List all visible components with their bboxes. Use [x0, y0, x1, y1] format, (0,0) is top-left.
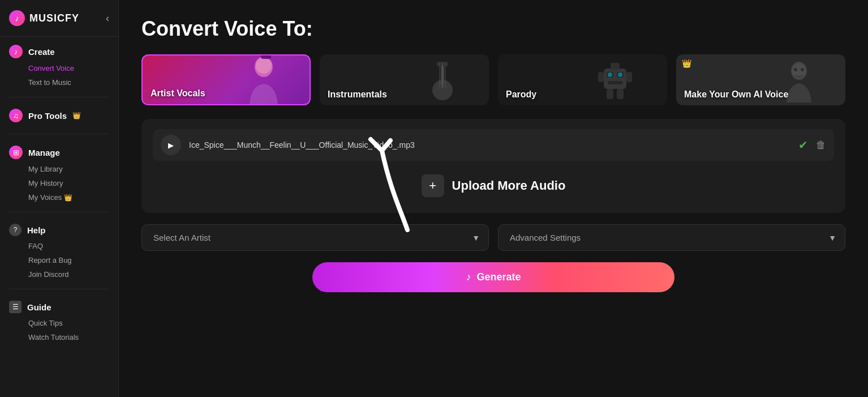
logo-icon: ♪ — [9, 10, 25, 26]
artist-figure-icon — [244, 54, 283, 105]
divider-3 — [9, 212, 109, 212]
svg-rect-2 — [261, 54, 271, 59]
svg-point-13 — [608, 72, 612, 77]
sidebar-item-join-discord[interactable]: Join Discord — [28, 268, 109, 281]
upload-area: ▶ Ice_Spice___Munch__Feelin__U___Officia… — [141, 119, 845, 213]
svg-point-24 — [801, 68, 804, 71]
section-header-help[interactable]: ? Help — [9, 224, 109, 236]
svg-point-14 — [618, 72, 622, 77]
generate-button-label: Generate — [476, 271, 521, 283]
sidebar-item-faq[interactable]: FAQ — [28, 240, 109, 253]
sidebar-item-report-bug[interactable]: Report a Bug — [28, 254, 109, 267]
help-icon: ? — [9, 224, 22, 236]
sidebar-logo: ♪ MUSICFY ‹ — [0, 0, 118, 37]
ai-voice-label: Make Your Own AI Voice — [676, 84, 796, 105]
divider-4 — [9, 289, 109, 289]
check-status-icon: ✔ — [798, 138, 808, 152]
play-button[interactable]: ▶ — [161, 135, 181, 155]
guide-icon: ☰ — [9, 301, 22, 313]
voice-card-artist-vocals[interactable]: Artist Vocals — [141, 54, 311, 105]
sidebar-section-guide: ☰ Guide Quick Tips Watch Tutorials — [0, 293, 118, 348]
sidebar-item-my-voices[interactable]: My Voices 👑 — [28, 191, 109, 204]
section-header-manage[interactable]: ⊞ Manage — [9, 146, 109, 159]
controls-row: Select An Artist ▼ Advanced Settings ▼ — [141, 224, 845, 251]
upload-more-row: + Upload More Audio — [153, 169, 834, 203]
help-sub-items: FAQ Report a Bug Join Discord — [9, 240, 109, 281]
sidebar-item-my-history[interactable]: My History — [28, 177, 109, 190]
sidebar-section-help: ? Help FAQ Report a Bug Join Discord — [0, 216, 118, 285]
manage-icon: ⊞ — [9, 146, 23, 159]
svg-point-1 — [256, 58, 272, 74]
advanced-settings-dropdown[interactable]: Advanced Settings — [498, 224, 845, 251]
create-sub-items: Convert Voice Text to Music — [9, 62, 109, 89]
voice-cards-grid: Artist Vocals Instrumentals — [141, 54, 845, 105]
robot-icon — [595, 57, 635, 103]
sidebar-section-manage: ⊞ Manage My Library My History My Voices… — [0, 138, 118, 208]
generate-button[interactable]: ♪ Generate — [312, 262, 674, 292]
sidebar: ♪ MUSICFY ‹ ♪ Create Convert Voice Text … — [0, 0, 119, 397]
sidebar-section-create: ♪ Create Convert Voice Text to Music — [0, 37, 118, 93]
create-icon: ♪ — [9, 45, 23, 58]
instrumentals-label: Instrumentals — [320, 84, 395, 105]
sidebar-item-convert-voice[interactable]: Convert Voice — [28, 62, 109, 75]
section-title-help: Help — [27, 225, 46, 235]
parody-label: Parody — [498, 84, 544, 105]
section-title-protools: Pro Tools — [28, 111, 67, 121]
sidebar-item-quick-tips[interactable]: Quick Tips — [28, 317, 109, 330]
svg-rect-20 — [617, 89, 624, 99]
advanced-settings-wrapper: Advanced Settings ▼ — [498, 224, 845, 251]
voice-card-instrumentals[interactable]: Instrumentals — [320, 54, 489, 105]
svg-rect-10 — [604, 69, 626, 89]
collapse-sidebar-button[interactable]: ‹ — [106, 12, 109, 24]
manage-sub-items: My Library My History My Voices 👑 — [9, 163, 109, 204]
svg-point-23 — [794, 68, 797, 71]
audio-file-row: ▶ Ice_Spice___Munch__Feelin__U___Officia… — [153, 129, 834, 161]
svg-rect-19 — [607, 89, 613, 99]
guide-sub-items: Quick Tips Watch Tutorials — [9, 317, 109, 344]
artist-vocals-label: Artist Vocals — [143, 83, 213, 104]
voice-card-parody[interactable]: Parody — [498, 54, 667, 105]
section-header-guide[interactable]: ☰ Guide — [9, 301, 109, 313]
section-header-create[interactable]: ♪ Create — [9, 45, 109, 58]
svg-rect-15 — [608, 81, 622, 84]
my-voices-crown-icon: 👑 — [64, 194, 72, 202]
sidebar-item-my-library[interactable]: My Library — [28, 163, 109, 176]
sidebar-item-text-to-music[interactable]: Text to Music — [28, 76, 109, 89]
sidebar-section-protools: ♫ Pro Tools 👑 — [0, 101, 118, 130]
logo-inner: ♪ MUSICFY — [9, 10, 79, 26]
section-header-protools[interactable]: ♫ Pro Tools 👑 — [9, 109, 109, 122]
sidebar-item-watch-tutorials[interactable]: Watch Tutorials — [28, 331, 109, 344]
svg-rect-18 — [626, 72, 632, 82]
guitar-icon — [426, 57, 459, 103]
page-title: Convert Voice To: — [141, 17, 845, 41]
divider-1 — [9, 97, 109, 97]
controls-container: Select An Artist ▼ Advanced Settings ▼ ♪… — [141, 224, 845, 292]
add-audio-button[interactable]: + — [422, 174, 444, 197]
upload-more-label: Upload More Audio — [452, 178, 566, 193]
app-name: MUSICFY — [29, 12, 79, 24]
ai-voice-crown-badge: 👑 — [682, 59, 691, 68]
svg-rect-17 — [598, 72, 604, 82]
main-content: Convert Voice To: Artist Vocals — [119, 0, 868, 397]
protools-crown-icon: 👑 — [72, 112, 81, 119]
artist-select-wrapper: Select An Artist ▼ — [141, 224, 489, 251]
svg-point-22 — [792, 64, 806, 78]
voice-card-make-ai-voice[interactable]: 👑 Make Your Own AI Voice — [676, 54, 845, 105]
divider-2 — [9, 134, 109, 134]
audio-filename: Ice_Spice___Munch__Feelin__U___Official_… — [189, 140, 790, 150]
section-title-create: Create — [28, 47, 55, 57]
protools-icon: ♫ — [9, 109, 23, 122]
generate-music-icon: ♪ — [466, 271, 471, 283]
svg-rect-16 — [611, 63, 620, 70]
section-title-guide: Guide — [27, 302, 51, 312]
artist-select-dropdown[interactable]: Select An Artist — [141, 224, 489, 251]
section-title-manage: Manage — [28, 148, 60, 157]
delete-audio-button[interactable]: 🗑 — [816, 139, 826, 151]
